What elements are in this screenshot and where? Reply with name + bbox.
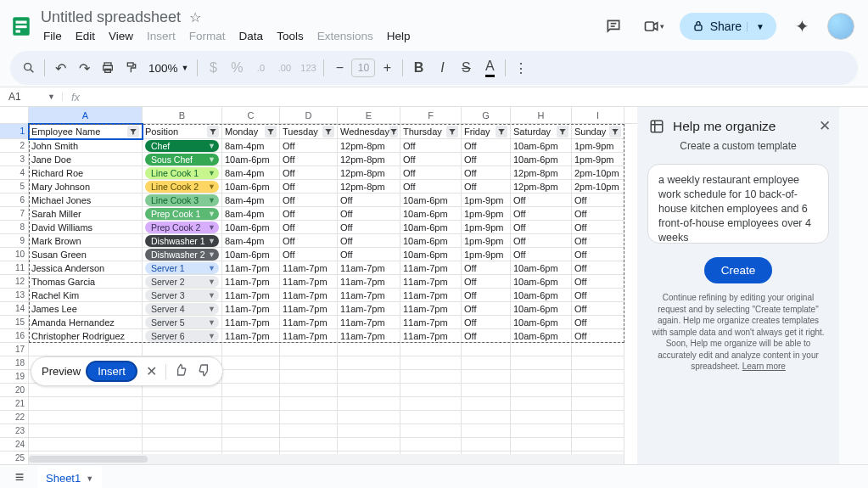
cell[interactable]: Off xyxy=(572,302,624,316)
column-header[interactable]: F xyxy=(400,107,462,123)
row-header[interactable]: 6 xyxy=(0,194,29,207)
menu-help[interactable]: Help xyxy=(381,27,417,45)
cell[interactable]: 11am-7pm xyxy=(338,316,400,329)
cell[interactable] xyxy=(280,438,338,452)
cell[interactable] xyxy=(400,384,462,397)
cell[interactable] xyxy=(511,370,572,384)
cell[interactable] xyxy=(462,397,511,411)
cell[interactable]: 11am-7pm xyxy=(222,261,280,275)
menu-edit[interactable]: Edit xyxy=(70,27,101,45)
filter-icon[interactable] xyxy=(322,126,334,137)
document-title[interactable]: Untitled spreadsheet xyxy=(37,8,184,26)
cell[interactable]: Off xyxy=(400,153,462,166)
cell[interactable]: 12pm-8pm xyxy=(338,153,400,166)
cell[interactable] xyxy=(400,343,462,356)
cell[interactable]: Jessica Anderson xyxy=(29,261,143,275)
chevron-down-icon[interactable]: ▼ xyxy=(208,223,216,232)
cell[interactable]: 11am-7pm xyxy=(280,316,338,329)
bold-icon[interactable]: B xyxy=(406,56,430,80)
sheet-tab-caret-icon[interactable]: ▼ xyxy=(86,474,93,483)
cell[interactable]: Off xyxy=(572,194,624,207)
cell[interactable]: Off xyxy=(572,275,624,289)
position-chip[interactable]: Server 3▼ xyxy=(145,289,219,301)
increase-decimal-icon[interactable]: .00 xyxy=(272,56,296,80)
cell[interactable]: 10am-6pm xyxy=(400,221,462,234)
cell[interactable] xyxy=(222,411,280,424)
cell[interactable]: 12pm-8pm xyxy=(338,180,400,194)
cell[interactable]: 12pm-8pm xyxy=(338,139,400,153)
cell[interactable]: 11am-7pm xyxy=(400,261,462,275)
cell[interactable] xyxy=(338,370,400,384)
chevron-down-icon[interactable]: ▼ xyxy=(208,169,216,177)
header-cell[interactable]: Employee Name xyxy=(29,124,143,139)
chevron-down-icon[interactable]: ▼ xyxy=(208,237,216,245)
filter-icon[interactable] xyxy=(557,126,568,137)
column-header[interactable]: G xyxy=(462,107,511,123)
row-header[interactable]: 7 xyxy=(0,207,29,221)
cell[interactable]: Off xyxy=(572,289,624,302)
cell[interactable] xyxy=(338,411,400,424)
learn-more-link[interactable]: Learn more xyxy=(742,362,786,371)
gemini-icon[interactable]: ✦ xyxy=(787,11,817,42)
cell[interactable]: 11am-7pm xyxy=(222,275,280,289)
cell[interactable]: 11am-7pm xyxy=(338,275,400,289)
account-avatar[interactable] xyxy=(827,13,854,40)
cell[interactable] xyxy=(143,397,222,411)
header-cell[interactable]: Position xyxy=(143,124,222,139)
cell[interactable]: Off xyxy=(462,166,511,180)
cell[interactable]: 10am-6pm xyxy=(511,153,572,166)
font-size-input[interactable] xyxy=(351,59,375,77)
cell[interactable] xyxy=(400,438,462,452)
all-sheets-icon[interactable]: ≡ xyxy=(7,468,32,486)
cell[interactable] xyxy=(572,411,624,424)
cell[interactable]: Off xyxy=(462,289,511,302)
cell[interactable] xyxy=(572,356,624,370)
cell[interactable]: 2pm-10pm xyxy=(572,180,624,194)
cell[interactable]: 11am-7pm xyxy=(400,316,462,329)
menu-data[interactable]: Data xyxy=(233,27,270,45)
strikethrough-icon[interactable]: S xyxy=(454,56,478,80)
chevron-down-icon[interactable]: ▼ xyxy=(208,278,216,286)
cell[interactable]: 11am-7pm xyxy=(338,302,400,316)
cell[interactable] xyxy=(280,397,338,411)
cell[interactable]: 10am-6pm xyxy=(400,234,462,248)
cell[interactable]: 11am-7pm xyxy=(222,316,280,329)
cell[interactable]: Server 2▼ xyxy=(143,275,222,289)
cell[interactable]: 8am-4pm xyxy=(222,166,280,180)
cell[interactable]: Susan Green xyxy=(29,248,143,261)
cell[interactable]: 8am-4pm xyxy=(222,234,280,248)
cell[interactable]: Off xyxy=(280,166,338,180)
cell[interactable]: Mark Brown xyxy=(29,234,143,248)
position-chip[interactable]: Line Cook 1▼ xyxy=(145,167,219,179)
cell[interactable] xyxy=(400,424,462,438)
cell[interactable]: David Williams xyxy=(29,221,143,234)
print-icon[interactable] xyxy=(96,56,120,80)
cell[interactable]: 10am-6pm xyxy=(400,248,462,261)
chevron-down-icon[interactable]: ▼ xyxy=(208,332,216,340)
cell[interactable]: Line Cook 1▼ xyxy=(143,166,222,180)
toolbar-more-icon[interactable]: ⋮ xyxy=(509,56,533,80)
cell[interactable]: Off xyxy=(462,261,511,275)
cell[interactable]: James Lee xyxy=(29,302,143,316)
row-header[interactable]: 5 xyxy=(0,180,29,194)
search-menus-icon[interactable] xyxy=(17,56,41,80)
cell[interactable] xyxy=(462,424,511,438)
row-header[interactable]: 21 xyxy=(0,397,29,411)
side-panel-close-icon[interactable]: ✕ xyxy=(819,117,831,135)
cell[interactable] xyxy=(400,370,462,384)
header-cell[interactable]: Tuesday xyxy=(280,124,338,139)
cell[interactable]: Off xyxy=(462,316,511,329)
row-header[interactable]: 12 xyxy=(0,275,29,289)
column-header[interactable]: B xyxy=(143,107,222,123)
cell[interactable] xyxy=(222,356,280,370)
cell[interactable] xyxy=(280,356,338,370)
cell[interactable]: 11am-7pm xyxy=(280,289,338,302)
cell[interactable]: 10am-6pm xyxy=(400,194,462,207)
header-cell[interactable]: Friday xyxy=(462,124,511,139)
menu-extensions[interactable]: Extensions xyxy=(311,27,379,45)
row-header[interactable]: 3 xyxy=(0,153,29,166)
cell[interactable]: 10am-6pm xyxy=(511,261,572,275)
chevron-down-icon[interactable]: ▼ xyxy=(208,210,216,218)
row-header[interactable]: 15 xyxy=(0,316,29,329)
filter-icon[interactable] xyxy=(389,126,398,137)
